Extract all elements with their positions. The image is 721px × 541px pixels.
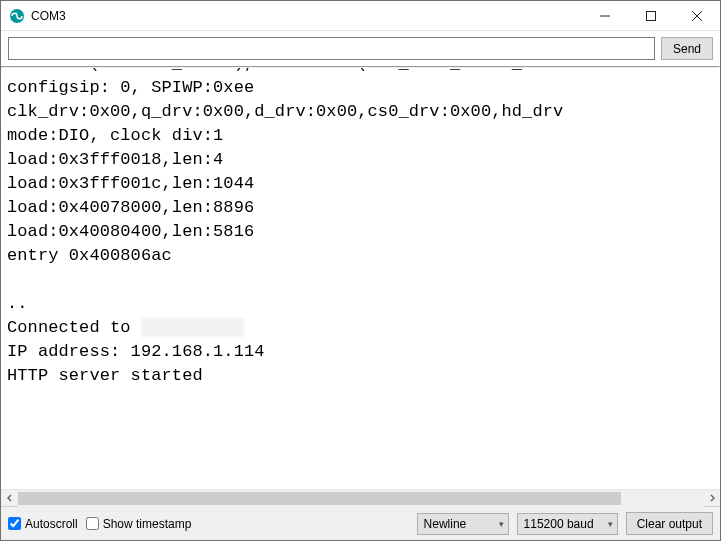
autoscroll-input[interactable] (8, 517, 21, 530)
serial-input[interactable] (8, 37, 655, 60)
console-text: rst:0x1 (POWERON_RESET),boot:0x13 (SPI_F… (7, 68, 720, 489)
console-area[interactable]: rst:0x1 (POWERON_RESET),boot:0x13 (SPI_F… (1, 68, 720, 489)
window-title: COM3 (31, 9, 582, 23)
window-controls (582, 1, 720, 30)
timestamp-label: Show timestamp (103, 517, 192, 531)
chevron-down-icon: ▾ (608, 519, 613, 529)
scroll-track[interactable] (18, 490, 703, 507)
line-ending-dropdown[interactable]: Newline ▾ (417, 513, 509, 535)
baud-value: 115200 baud (524, 517, 594, 531)
line-ending-value: Newline (424, 517, 467, 531)
timestamp-checkbox[interactable]: Show timestamp (86, 517, 192, 531)
timestamp-input[interactable] (86, 517, 99, 530)
close-button[interactable] (674, 1, 720, 30)
arduino-icon (9, 8, 25, 24)
clear-output-button[interactable]: Clear output (626, 512, 713, 535)
scroll-right-arrow[interactable] (703, 490, 720, 507)
svg-rect-2 (647, 11, 656, 20)
bottom-bar: Autoscroll Show timestamp Newline ▾ 1152… (1, 506, 720, 540)
baud-dropdown[interactable]: 115200 baud ▾ (517, 513, 618, 535)
scroll-left-arrow[interactable] (1, 490, 18, 507)
autoscroll-label: Autoscroll (25, 517, 78, 531)
chevron-down-icon: ▾ (499, 519, 504, 529)
minimize-button[interactable] (582, 1, 628, 30)
send-button[interactable]: Send (661, 37, 713, 60)
maximize-button[interactable] (628, 1, 674, 30)
input-row: Send (1, 31, 720, 66)
titlebar[interactable]: COM3 (1, 1, 720, 31)
autoscroll-checkbox[interactable]: Autoscroll (8, 517, 78, 531)
horizontal-scrollbar[interactable] (1, 489, 720, 506)
scroll-thumb[interactable] (18, 492, 621, 505)
serial-monitor-window: COM3 Send rst:0x1 (POWERON_RESET),boot:0… (0, 0, 721, 541)
